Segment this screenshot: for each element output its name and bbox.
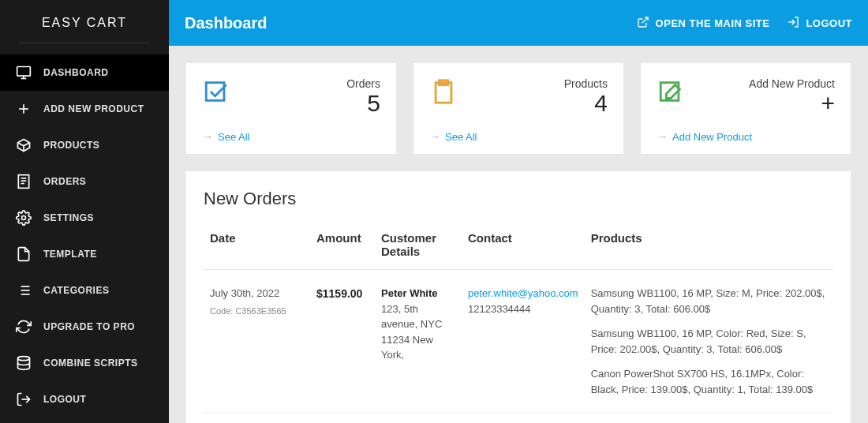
products-link-label: See All bbox=[445, 131, 477, 143]
logout-link[interactable]: LOGOUT bbox=[787, 16, 852, 31]
products-see-all[interactable]: → See All bbox=[429, 130, 608, 143]
product-line: Samsung WB1100, 16 MP, Color: Red, Size:… bbox=[591, 326, 827, 357]
sidebar-item-add-new-product[interactable]: ADD NEW PRODUCT bbox=[0, 91, 169, 127]
logout-icon bbox=[16, 391, 32, 407]
order-amount: $1159.00 bbox=[316, 287, 362, 300]
active-arrow-icon bbox=[169, 65, 177, 80]
sidebar-item-label: ADD NEW PRODUCT bbox=[43, 103, 144, 114]
product-line: Canon PowerShot SX700 HS, 16.1MPx, Color… bbox=[591, 366, 827, 397]
sidebar-item-products[interactable]: PRODUCTS bbox=[0, 127, 169, 163]
logout-label: LOGOUT bbox=[806, 17, 852, 29]
svg-line-19 bbox=[642, 17, 647, 23]
orders-link-label: See All bbox=[218, 131, 249, 143]
add-label: Add New Product bbox=[749, 77, 835, 90]
list-icon bbox=[16, 283, 32, 298]
main: Dashboard OPEN THE MAIN SITE LOGOUT bbox=[169, 0, 868, 423]
new-orders-panel: New Orders Date Amount Customer Details … bbox=[186, 171, 851, 423]
checkbox-icon bbox=[202, 77, 230, 106]
customer-name: Peter White bbox=[381, 286, 455, 301]
sidebar-item-label: UPGRADE TO PRO bbox=[43, 321, 135, 332]
monitor-icon bbox=[16, 65, 32, 80]
open-site-label: OPEN THE MAIN SITE bbox=[656, 17, 770, 29]
sidebar-item-categories[interactable]: CATEGORIES bbox=[0, 272, 169, 309]
logout-icon bbox=[787, 16, 799, 31]
col-amount: Amount bbox=[310, 223, 375, 270]
nav-list: DASHBOARDADD NEW PRODUCTPRODUCTSORDERSSE… bbox=[0, 54, 169, 417]
sidebar-item-combine-scripts[interactable]: COMBINE SCRIPTS bbox=[0, 345, 169, 381]
sidebar-item-label: DASHBOARD bbox=[43, 67, 109, 78]
sidebar-item-label: TEMPLATE bbox=[43, 249, 97, 260]
orders-label: Orders bbox=[346, 77, 380, 90]
svg-point-10 bbox=[22, 216, 26, 220]
receipt-icon bbox=[16, 174, 32, 189]
sidebar: EASY CART DASHBOARDADD NEW PRODUCTPRODUC… bbox=[0, 0, 169, 423]
col-details: Customer Details bbox=[375, 223, 462, 270]
orders-table: Date Amount Customer Details Contact Pro… bbox=[204, 223, 833, 423]
product-line: Samsung WB1100, 16 MP, Size: M, Price: 2… bbox=[591, 286, 827, 316]
content-area: Orders 5 → See All Products 4 bbox=[169, 46, 868, 423]
cards-row: Orders 5 → See All Products 4 bbox=[186, 63, 851, 154]
arrow-right-icon: → bbox=[202, 130, 213, 143]
sidebar-item-label: ORDERS bbox=[43, 176, 86, 187]
products-card: Products 4 → See All bbox=[413, 63, 623, 154]
sidebar-item-orders[interactable]: ORDERS bbox=[0, 163, 169, 200]
sidebar-item-label: COMBINE SCRIPTS bbox=[43, 357, 138, 369]
brand-title: EASY CART bbox=[0, 0, 169, 43]
col-products: Products bbox=[585, 223, 833, 270]
table-row: July 30th, 2022Code: C3563E3565$1159.00P… bbox=[204, 270, 833, 414]
add-value: + bbox=[749, 90, 835, 116]
add-product-link[interactable]: → Add New Product bbox=[657, 130, 835, 143]
clipboard-icon bbox=[429, 77, 458, 106]
sidebar-item-label: CATEGORIES bbox=[43, 285, 109, 296]
sidebar-item-dashboard[interactable]: DASHBOARD bbox=[0, 54, 169, 91]
plus-icon bbox=[16, 101, 32, 117]
orders-value: 5 bbox=[346, 90, 380, 116]
products-label: Products bbox=[564, 77, 608, 90]
svg-rect-21 bbox=[206, 83, 224, 101]
box-icon bbox=[16, 137, 32, 153]
brand-divider bbox=[19, 43, 150, 43]
customer-phone: 12123334444 bbox=[468, 301, 578, 317]
sidebar-item-logout[interactable]: LOGOUT bbox=[0, 381, 169, 417]
sidebar-item-label: PRODUCTS bbox=[43, 140, 99, 151]
panel-title: New Orders bbox=[204, 189, 833, 209]
orders-card: Orders 5 → See All bbox=[186, 63, 396, 154]
customer-addr2: 11234 New York, bbox=[381, 332, 455, 363]
add-card: Add New Product + → Add New Product bbox=[641, 63, 851, 154]
add-link-label: Add New Product bbox=[672, 131, 752, 143]
page-title: Dashboard bbox=[185, 14, 267, 32]
order-code: Code: C3563E3565 bbox=[210, 305, 304, 318]
edit-doc-icon bbox=[657, 77, 685, 106]
external-link-icon bbox=[637, 16, 649, 31]
col-date: Date bbox=[204, 223, 310, 270]
database-icon bbox=[16, 355, 32, 371]
sidebar-item-template[interactable]: TEMPLATE bbox=[0, 236, 169, 272]
svg-point-17 bbox=[18, 357, 30, 361]
svg-rect-0 bbox=[17, 67, 31, 77]
open-site-link[interactable]: OPEN THE MAIN SITE bbox=[637, 16, 770, 31]
sidebar-item-label: LOGOUT bbox=[43, 394, 86, 405]
products-value: 4 bbox=[564, 90, 608, 116]
table-row: Samsung WB1100, 16 MP, Size: M, Price: 2… bbox=[204, 414, 833, 424]
orders-see-all[interactable]: → See All bbox=[202, 130, 380, 143]
sidebar-item-label: SETTINGS bbox=[43, 212, 94, 223]
sidebar-item-settings[interactable]: SETTINGS bbox=[0, 200, 169, 236]
document-icon bbox=[16, 246, 32, 262]
top-actions: OPEN THE MAIN SITE LOGOUT bbox=[637, 16, 852, 31]
gear-icon bbox=[16, 210, 32, 226]
sidebar-item-upgrade-to-pro[interactable]: UPGRADE TO PRO bbox=[0, 309, 169, 345]
arrow-right-icon: → bbox=[657, 130, 668, 143]
col-contact: Contact bbox=[462, 223, 585, 270]
order-date: July 30th, 2022 bbox=[210, 286, 304, 301]
customer-addr1: 123, 5th avenue, NYC bbox=[381, 301, 455, 332]
topbar: Dashboard OPEN THE MAIN SITE LOGOUT bbox=[169, 0, 868, 46]
arrow-right-icon: → bbox=[429, 130, 440, 143]
refresh-icon bbox=[16, 319, 32, 335]
customer-email[interactable]: peter.white@yahoo.com bbox=[468, 286, 578, 301]
